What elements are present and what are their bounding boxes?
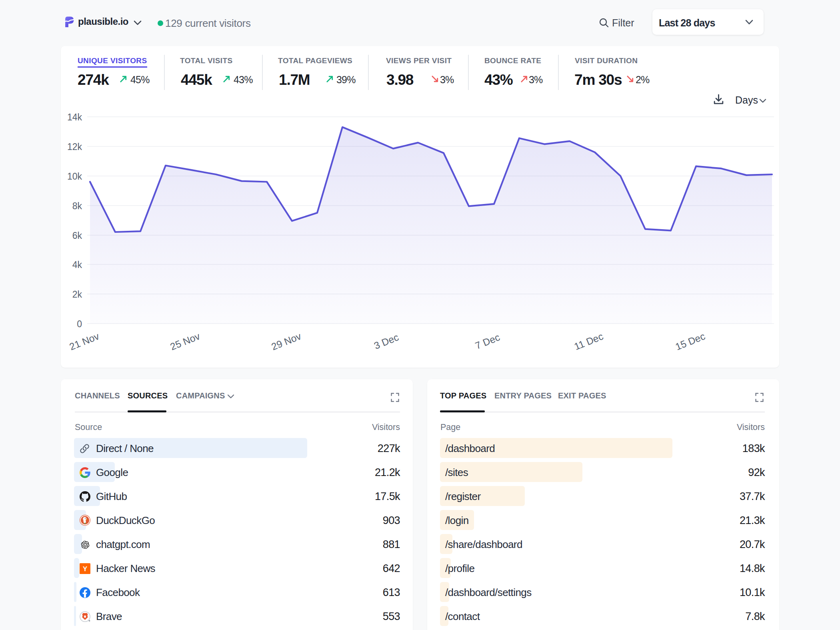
- svg-text:Y: Y: [83, 565, 87, 573]
